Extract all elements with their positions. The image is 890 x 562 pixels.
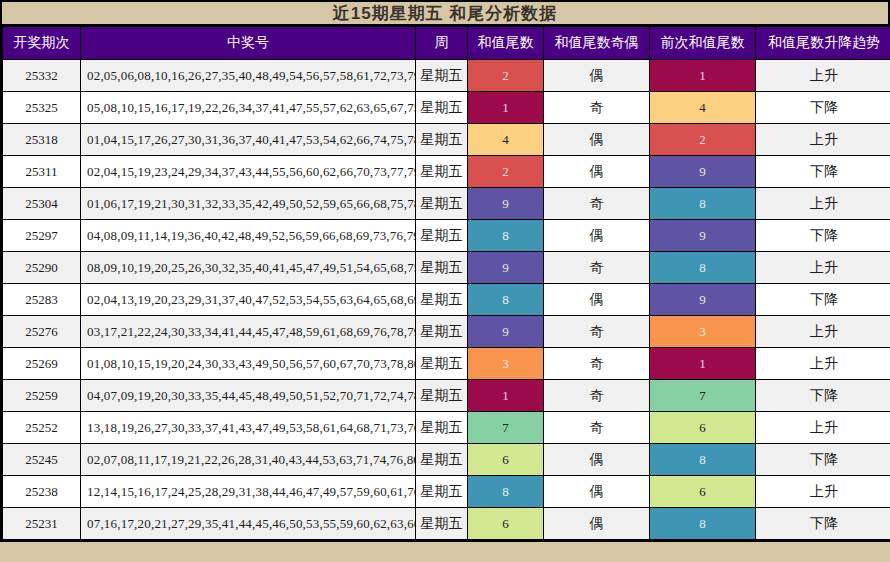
cell-prev-sum-tail: 3 <box>650 316 756 348</box>
cell-period: 25252 <box>3 412 81 444</box>
cell-prev-sum-tail: 8 <box>650 188 756 220</box>
cell-prev-sum-tail: 8 <box>650 252 756 284</box>
cell-prev-sum-tail: 6 <box>650 476 756 508</box>
cell-prev-sum-tail: 9 <box>650 284 756 316</box>
cell-parity: 奇 <box>544 188 650 220</box>
cell-sum-tail: 3 <box>468 348 544 380</box>
cell-parity: 偶 <box>544 124 650 156</box>
cell-winning-numbers: 01,06,17,19,21,30,31,32,33,35,42,49,50,5… <box>81 188 416 220</box>
cell-sum-tail: 8 <box>468 220 544 252</box>
page-title: 近15期星期五 和尾分析数据 <box>2 2 888 26</box>
cell-trend: 下降 <box>756 92 890 124</box>
cell-winning-numbers: 02,04,13,19,20,23,29,31,37,40,47,52,53,5… <box>81 284 416 316</box>
cell-trend: 上升 <box>756 316 890 348</box>
table-row: 2533202,05,06,08,10,16,26,27,35,40,48,49… <box>3 60 890 92</box>
cell-weekday: 星期五 <box>416 156 468 188</box>
cell-weekday: 星期五 <box>416 348 468 380</box>
cell-winning-numbers: 02,07,08,11,17,19,21,22,26,28,31,40,43,4… <box>81 444 416 476</box>
page: { "title": "近15期星期五 和尾分析数据", "colors": {… <box>0 0 890 562</box>
cell-period: 25231 <box>3 508 81 540</box>
cell-weekday: 星期五 <box>416 92 468 124</box>
cell-weekday: 星期五 <box>416 124 468 156</box>
cell-weekday: 星期五 <box>416 380 468 412</box>
cell-prev-sum-tail: 1 <box>650 60 756 92</box>
cell-winning-numbers: 08,09,10,19,20,25,26,30,32,35,40,41,45,4… <box>81 252 416 284</box>
cell-winning-numbers: 04,08,09,11,14,19,36,40,42,48,49,52,56,5… <box>81 220 416 252</box>
cell-prev-sum-tail: 8 <box>650 444 756 476</box>
cell-weekday: 星期五 <box>416 188 468 220</box>
header-sum-tail-parity: 和值尾数奇偶 <box>544 27 650 60</box>
table-row: 2525213,18,19,26,27,30,33,37,41,43,47,49… <box>3 412 890 444</box>
cell-parity: 偶 <box>544 220 650 252</box>
cell-sum-tail: 4 <box>468 124 544 156</box>
cell-weekday: 星期五 <box>416 476 468 508</box>
cell-parity: 偶 <box>544 60 650 92</box>
table-body: 2533202,05,06,08,10,16,26,27,35,40,48,49… <box>3 60 890 540</box>
cell-trend: 上升 <box>756 124 890 156</box>
cell-trend: 下降 <box>756 220 890 252</box>
table-row: 2530401,06,17,19,21,30,31,32,33,35,42,49… <box>3 188 890 220</box>
cell-period: 25245 <box>3 444 81 476</box>
cell-winning-numbers: 07,16,17,20,21,27,29,35,41,44,45,46,50,5… <box>81 508 416 540</box>
cell-prev-sum-tail: 2 <box>650 124 756 156</box>
cell-period: 25297 <box>3 220 81 252</box>
analysis-table: 开奖期次 中奖号 周 和值尾数 和值尾数奇偶 前次和值尾数 和值尾数升降趋势 2… <box>2 26 890 540</box>
table-row: 2527603,17,21,22,24,30,33,34,41,44,45,47… <box>3 316 890 348</box>
cell-sum-tail: 9 <box>468 252 544 284</box>
table-row: 2524502,07,08,11,17,19,21,22,26,28,31,40… <box>3 444 890 476</box>
table-head: 开奖期次 中奖号 周 和值尾数 和值尾数奇偶 前次和值尾数 和值尾数升降趋势 <box>3 27 890 60</box>
cell-prev-sum-tail: 4 <box>650 92 756 124</box>
cell-period: 25283 <box>3 284 81 316</box>
cell-prev-sum-tail: 7 <box>650 380 756 412</box>
cell-winning-numbers: 13,18,19,26,27,30,33,37,41,43,47,49,53,5… <box>81 412 416 444</box>
cell-prev-sum-tail: 6 <box>650 412 756 444</box>
header-winning-numbers: 中奖号 <box>81 27 416 60</box>
cell-trend: 上升 <box>756 60 890 92</box>
table-row: 2523107,16,17,20,21,27,29,35,41,44,45,46… <box>3 508 890 540</box>
table-row: 2529704,08,09,11,14,19,36,40,42,48,49,52… <box>3 220 890 252</box>
cell-trend: 上升 <box>756 188 890 220</box>
cell-prev-sum-tail: 1 <box>650 348 756 380</box>
cell-winning-numbers: 01,08,10,15,19,20,24,30,33,43,49,50,56,5… <box>81 348 416 380</box>
cell-sum-tail: 9 <box>468 188 544 220</box>
cell-parity: 奇 <box>544 348 650 380</box>
cell-period: 25269 <box>3 348 81 380</box>
cell-weekday: 星期五 <box>416 316 468 348</box>
cell-sum-tail: 8 <box>468 476 544 508</box>
table-row: 2531102,04,15,19,23,24,29,34,37,43,44,55… <box>3 156 890 188</box>
table-row: 2523812,14,15,16,17,24,25,28,29,31,38,44… <box>3 476 890 508</box>
cell-winning-numbers: 01,04,15,17,26,27,30,31,36,37,40,41,47,5… <box>81 124 416 156</box>
header-row: 开奖期次 中奖号 周 和值尾数 和值尾数奇偶 前次和值尾数 和值尾数升降趋势 <box>3 27 890 60</box>
cell-weekday: 星期五 <box>416 412 468 444</box>
cell-winning-numbers: 12,14,15,16,17,24,25,28,29,31,38,44,46,4… <box>81 476 416 508</box>
cell-sum-tail: 8 <box>468 284 544 316</box>
cell-sum-tail: 9 <box>468 316 544 348</box>
cell-period: 25259 <box>3 380 81 412</box>
cell-sum-tail: 2 <box>468 60 544 92</box>
cell-parity: 偶 <box>544 476 650 508</box>
header-period: 开奖期次 <box>3 27 81 60</box>
cell-weekday: 星期五 <box>416 444 468 476</box>
cell-period: 25318 <box>3 124 81 156</box>
cell-winning-numbers: 02,05,06,08,10,16,26,27,35,40,48,49,54,5… <box>81 60 416 92</box>
cell-weekday: 星期五 <box>416 508 468 540</box>
cell-weekday: 星期五 <box>416 252 468 284</box>
cell-sum-tail: 2 <box>468 156 544 188</box>
table-row: 2532505,08,10,15,16,17,19,22,26,34,37,41… <box>3 92 890 124</box>
cell-period: 25290 <box>3 252 81 284</box>
table-row: 2529008,09,10,19,20,25,26,30,32,35,40,41… <box>3 252 890 284</box>
cell-winning-numbers: 05,08,10,15,16,17,19,22,26,34,37,41,47,5… <box>81 92 416 124</box>
cell-weekday: 星期五 <box>416 60 468 92</box>
cell-parity: 奇 <box>544 92 650 124</box>
cell-trend: 下降 <box>756 508 890 540</box>
table-row: 2525904,07,09,19,20,30,33,35,44,45,48,49… <box>3 380 890 412</box>
cell-period: 25325 <box>3 92 81 124</box>
cell-winning-numbers: 02,04,15,19,23,24,29,34,37,43,44,55,56,6… <box>81 156 416 188</box>
table-row: 2526901,08,10,15,19,20,24,30,33,43,49,50… <box>3 348 890 380</box>
cell-sum-tail: 6 <box>468 508 544 540</box>
cell-sum-tail: 1 <box>468 380 544 412</box>
cell-winning-numbers: 04,07,09,19,20,30,33,35,44,45,48,49,50,5… <box>81 380 416 412</box>
cell-winning-numbers: 03,17,21,22,24,30,33,34,41,44,45,47,48,5… <box>81 316 416 348</box>
header-sum-tail-trend: 和值尾数升降趋势 <box>756 27 890 60</box>
cell-parity: 奇 <box>544 252 650 284</box>
